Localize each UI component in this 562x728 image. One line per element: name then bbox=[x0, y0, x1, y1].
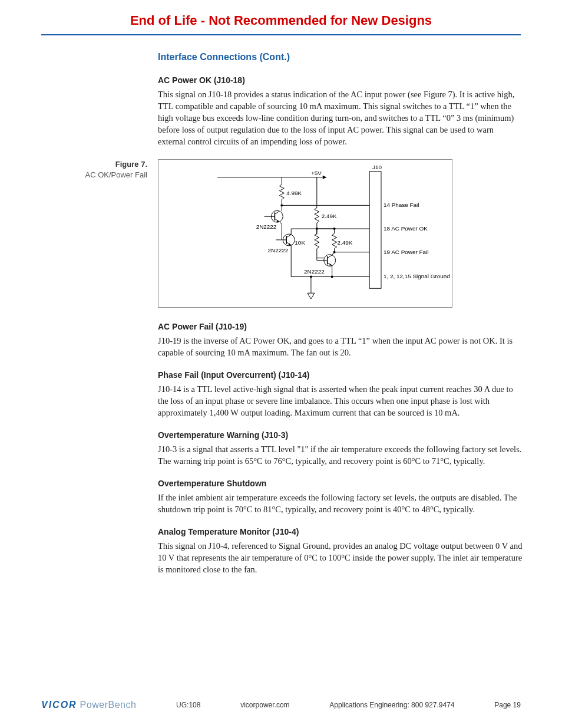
main-content-2: AC Power Fail (J10-19) J10-19 is the inv… bbox=[158, 322, 523, 575]
footer-url: vicorpower.com bbox=[240, 701, 289, 709]
label-q1: 2N2222 bbox=[256, 223, 277, 230]
label-pin19: 19 AC Power Fail bbox=[384, 249, 429, 255]
heading-overtemp-shutdown: Overtemperature Shutdown bbox=[158, 479, 523, 488]
body-analog-temp: This signal on J10-4, referenced to Sign… bbox=[158, 540, 523, 575]
figure-caption: AC OK/Power Fail bbox=[85, 170, 147, 179]
footer-page: Page 19 bbox=[494, 701, 521, 709]
heading-phase-fail: Phase Fail (Input Overcurrent) (J10-14) bbox=[158, 370, 523, 380]
section-title: Interface Connections (Cont.) bbox=[158, 52, 523, 62]
svg-line-10 bbox=[275, 211, 279, 214]
body-overtemp-shutdown: If the inlet ambient air temperature exc… bbox=[158, 492, 523, 515]
main-content: Interface Connections (Cont.) AC Power O… bbox=[158, 52, 523, 147]
heading-analog-temp: Analog Temperature Monitor (J10-4) bbox=[158, 527, 523, 536]
logo-vicor: VICOR bbox=[41, 700, 77, 710]
heading-overtemp-warning: Overtemperature Warning (J10-3) bbox=[158, 430, 523, 440]
figure-7-row: Figure 7. AC OK/Power Fail J10 +5V 4.99K… bbox=[41, 159, 521, 308]
body-phase-fail: J10-14 is a TTL level active-high signal… bbox=[158, 383, 523, 419]
svg-point-55 bbox=[310, 275, 312, 278]
svg-line-50 bbox=[332, 252, 335, 255]
logo-powerbench: PowerBench bbox=[77, 700, 137, 710]
label-r2: 2.49K bbox=[322, 213, 337, 219]
label-5v: +5V bbox=[311, 170, 322, 176]
svg-rect-0 bbox=[369, 172, 381, 288]
svg-marker-2 bbox=[323, 176, 327, 179]
footer-ug: UG:108 bbox=[176, 701, 200, 709]
label-j10: J10 bbox=[372, 164, 382, 170]
figure-7-label: Figure 7. AC OK/Power Fail bbox=[41, 159, 158, 180]
heading-ac-power-ok: AC Power OK (J10-18) bbox=[158, 75, 523, 85]
figure-7-diagram: J10 +5V 4.99K 14 Phase Fail 2N22 bbox=[158, 159, 452, 308]
page-footer: VICOR PowerBench UG:108 vicorpower.com A… bbox=[41, 700, 521, 710]
label-pin18: 18 AC Power OK bbox=[384, 225, 428, 232]
eol-banner: End of Life - Not Recommended for New De… bbox=[41, 13, 521, 34]
label-r4: 2.49K bbox=[338, 239, 353, 246]
footer-contact: Applications Engineering: 800 927.9474 bbox=[329, 701, 454, 709]
label-gnd: 1, 2, 12,15 Signal Ground bbox=[384, 273, 450, 279]
body-ac-power-fail: J10-19 is the inverse of AC Power OK, an… bbox=[158, 335, 523, 358]
vicor-logo: VICOR PowerBench bbox=[41, 700, 136, 710]
svg-line-24 bbox=[286, 235, 291, 238]
label-r3: 10K bbox=[295, 239, 305, 246]
header-rule bbox=[41, 34, 521, 35]
body-overtemp-warning: J10-3 is a signal that asserts a TTL lev… bbox=[158, 443, 523, 467]
svg-marker-56 bbox=[308, 293, 315, 299]
body-ac-power-ok: This signal on J10-18 provides a status … bbox=[158, 88, 523, 147]
label-q3: 2N2222 bbox=[304, 268, 325, 275]
label-q2: 2N2222 bbox=[268, 247, 289, 253]
svg-line-13 bbox=[279, 222, 282, 224]
label-pin14: 14 Phase Fail bbox=[384, 202, 419, 208]
figure-number: Figure 7. bbox=[115, 160, 147, 169]
label-r1: 4.99K bbox=[286, 190, 302, 196]
svg-point-53 bbox=[331, 275, 333, 278]
heading-ac-power-fail: AC Power Fail (J10-19) bbox=[158, 322, 523, 331]
svg-line-44 bbox=[328, 255, 332, 258]
